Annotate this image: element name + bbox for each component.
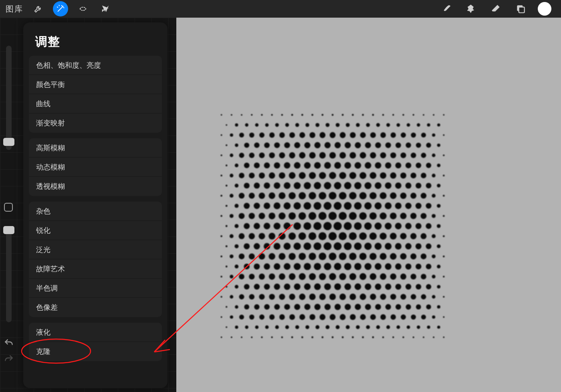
svg-point-309 [364,242,371,250]
adjust-item-curves[interactable]: 曲线 [29,94,162,113]
adjust-item-color-balance[interactable]: 颜色平衡 [29,75,162,94]
svg-point-294 [443,235,445,237]
svg-point-293 [432,234,436,238]
svg-point-364 [239,274,244,279]
svg-point-192 [319,192,326,200]
svg-point-200 [400,192,407,199]
adjust-item-glitch[interactable]: 故障艺术 [29,259,162,279]
svg-point-76 [284,142,290,148]
svg-point-5 [251,114,252,116]
svg-point-496 [437,325,440,329]
opacity-slider[interactable] [6,226,12,322]
svg-point-118 [254,163,260,168]
svg-point-429 [443,296,444,297]
svg-point-101 [309,152,316,159]
svg-point-413 [279,294,285,300]
undo-button[interactable] [0,334,18,350]
adjust-item-gaussian-blur[interactable]: 高斯模糊 [29,138,162,158]
adjust-item-bloom[interactable]: 泛光 [29,240,162,259]
svg-point-145 [299,172,306,179]
svg-point-225 [426,203,432,209]
move-icon[interactable] [98,1,113,16]
svg-point-167 [294,182,301,189]
svg-point-465 [350,314,356,320]
adjust-item-liquify[interactable]: 液化 [29,323,162,342]
svg-point-73 [254,143,259,148]
svg-point-318 [230,255,234,259]
svg-point-10 [301,114,303,116]
svg-point-7 [271,114,273,116]
svg-point-23 [433,114,434,116]
svg-point-173 [354,182,361,189]
opacity-thumb[interactable] [3,226,14,234]
svg-point-230 [249,213,255,219]
svg-point-481 [285,325,289,329]
svg-point-6 [261,114,262,116]
adjust-item-chromatic-aberration[interactable]: 色像差 [29,298,162,317]
toolbar-right-group [438,1,561,16]
svg-point-474 [443,316,445,318]
svg-point-234 [289,212,296,220]
svg-point-471 [411,315,416,320]
redo-button[interactable] [0,350,18,366]
adjust-item-motion-blur[interactable]: 动态模糊 [29,158,162,177]
svg-point-123 [304,162,311,169]
svg-point-495 [427,325,430,329]
svg-point-93 [230,154,233,157]
svg-point-432 [244,304,249,309]
svg-point-180 [426,183,432,188]
adjust-item-noise[interactable]: 杂色 [29,202,162,221]
svg-point-178 [406,183,412,189]
color-swatch[interactable] [538,2,551,16]
adjust-item-sharpen[interactable]: 锐化 [29,221,162,240]
magic-wand-icon[interactable] [53,1,68,16]
svg-point-283 [329,232,337,240]
svg-point-204 [443,195,445,197]
adjust-item-hsl[interactable]: 色相、饱和度、亮度 [29,56,162,75]
svg-point-194 [339,192,347,200]
svg-point-337 [421,254,426,259]
gallery-button[interactable]: 图库 [6,4,23,14]
svg-point-317 [220,255,222,257]
svg-point-67 [421,133,426,137]
svg-point-155 [400,172,406,178]
adjust-item-clone[interactable]: 克隆 [29,342,162,361]
svg-point-55 [299,132,305,138]
brush-icon[interactable] [438,1,454,16]
svg-point-357 [395,263,402,270]
svg-point-447 [396,304,401,310]
svg-point-376 [359,273,366,280]
svg-point-247 [421,213,427,219]
svg-point-235 [299,212,306,220]
modifier-button[interactable] [4,203,13,212]
svg-point-113 [432,154,436,157]
svg-point-49 [239,133,244,137]
svg-point-275 [249,233,255,239]
svg-point-319 [239,254,244,259]
svg-point-105 [349,152,356,159]
svg-point-72 [244,143,249,148]
brush-size-slider[interactable] [6,46,12,150]
adjust-item-halftone[interactable]: 半色调 [29,279,162,298]
svg-point-426 [411,294,416,300]
svg-point-124 [314,162,321,169]
smudge-icon[interactable] [463,1,478,16]
svg-point-177 [395,182,402,189]
svg-point-34 [315,123,319,127]
layers-icon[interactable] [513,1,528,16]
svg-point-381 [411,274,416,279]
svg-point-28 [255,123,259,127]
svg-point-236 [309,212,316,220]
svg-point-203 [432,194,436,198]
wrench-icon[interactable] [30,1,46,16]
svg-point-489 [366,325,370,329]
svg-point-407 [221,296,222,297]
brush-size-thumb[interactable] [3,138,14,146]
adjust-item-gradient-map[interactable]: 渐变映射 [29,113,162,133]
svg-point-250 [226,225,228,227]
selection-icon[interactable] [75,1,91,16]
adjust-item-perspective-blur[interactable]: 透视模糊 [29,177,162,196]
eraser-icon[interactable] [488,1,503,16]
svg-point-219 [364,202,371,210]
canvas-area[interactable] [176,18,561,392]
